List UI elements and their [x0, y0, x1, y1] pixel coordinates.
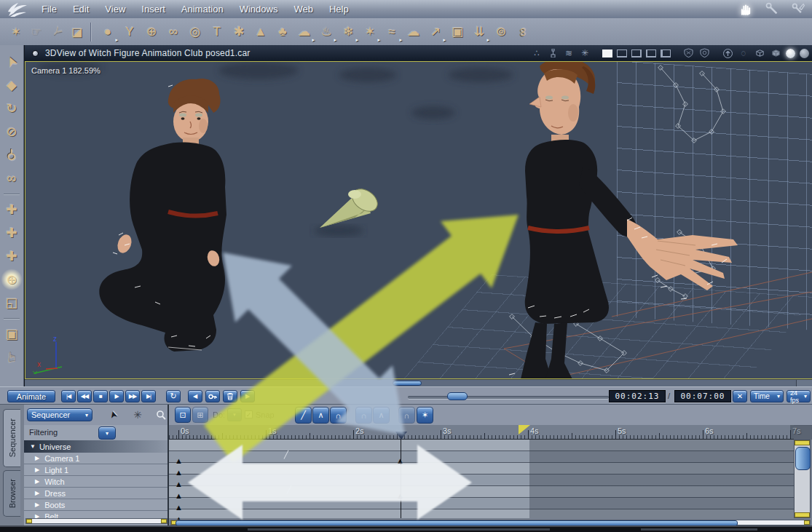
- playhead-line[interactable]: [401, 440, 401, 518]
- expand-arrow-icon[interactable]: ▶: [35, 467, 39, 473]
- cone-object[interactable]: [314, 184, 382, 237]
- scroll-cap[interactable]: [795, 440, 810, 445]
- witch-figure-standing[interactable]: [521, 62, 738, 378]
- close-time-button[interactable]: ✕: [733, 390, 747, 402]
- tree-root-row[interactable]: ▼ Universe: [24, 440, 167, 453]
- insert-tool-bone[interactable]: ∞: [512, 21, 534, 43]
- collapse-arrow-icon[interactable]: ▼: [30, 443, 36, 450]
- edit-tool-add-bone[interactable]: ✶: [6, 21, 26, 43]
- tool-camera-tool[interactable]: ▣: [1, 323, 22, 345]
- insert-tool-text[interactable]: T: [206, 21, 228, 43]
- insert-tool-jet[interactable]: ↗: [425, 21, 446, 43]
- insert-tool-vertex-object[interactable]: Y: [119, 21, 141, 43]
- cursor-tool-icon[interactable]: ➤: [104, 406, 122, 424]
- tool-working-box[interactable]: ◱: [1, 292, 22, 314]
- camera-reset-icon[interactable]: [722, 47, 733, 59]
- transport-frame-forward[interactable]: ▶▶: [125, 390, 140, 402]
- menu-item[interactable]: Animation: [173, 4, 232, 15]
- menu-item[interactable]: Insert: [133, 4, 173, 15]
- timeline-ruler[interactable]: 0s1s2s3s4s5s6s7s: [169, 425, 794, 440]
- menu-item[interactable]: File: [33, 4, 65, 15]
- tree-row[interactable]: ▶ Witch: [24, 476, 167, 488]
- render-settings-icon[interactable]: ✳: [130, 408, 145, 422]
- tweener-tension[interactable]: ∧: [312, 407, 329, 424]
- insert-tool-ocean[interactable]: ≈: [381, 21, 403, 43]
- insert-tool-terrain[interactable]: ▲: [250, 21, 272, 43]
- total-time-field[interactable]: 00:07:00: [674, 390, 731, 402]
- tree-row[interactable]: ▶ Belt: [24, 511, 167, 518]
- delete-keyframe-button[interactable]: [223, 390, 237, 402]
- insert-tool-sphere[interactable]: ●: [97, 21, 119, 43]
- layout-l-shape-button[interactable]: [661, 49, 671, 57]
- tool-pan-view[interactable]: ☞: [1, 347, 23, 368]
- insert-tool-cloud[interactable]: ☁: [293, 21, 315, 43]
- tool-link-tool[interactable]: ∞: [1, 167, 22, 189]
- magnifier-icon[interactable]: [154, 408, 168, 422]
- track-rows[interactable]: ▲▲▲▲▲▲▲▲ ╱╱: [169, 440, 794, 518]
- layout-two-pane-button[interactable]: [617, 49, 627, 57]
- vscroll-thumb[interactable]: [795, 447, 811, 470]
- add-keyframe-button[interactable]: [205, 390, 220, 402]
- tree-row[interactable]: ▶ Boots: [24, 499, 167, 511]
- time-scrubber-thumb[interactable]: [447, 392, 468, 400]
- viewport-canvas[interactable]: [25, 62, 812, 378]
- tool-divider-a[interactable]: [4, 194, 20, 194]
- dotted-sphere-icon[interactable]: ◌: [738, 47, 749, 59]
- tweener-clamp[interactable]: ∩: [398, 407, 415, 424]
- scatter-icon[interactable]: ∴: [531, 47, 543, 59]
- expand-arrow-icon[interactable]: ▶: [35, 513, 39, 518]
- shield-a-icon[interactable]: [682, 47, 694, 59]
- viewport-hscroll-thumb[interactable]: [393, 381, 422, 386]
- insert-tool-fire[interactable]: ♨: [315, 21, 337, 43]
- tab-browser[interactable]: Browser: [3, 470, 20, 517]
- keyframe-witch-0s[interactable]: ▲: [175, 480, 183, 488]
- tweener-bezier[interactable]: ∩: [355, 407, 372, 424]
- time-mode-dropdown[interactable]: Time▾: [750, 390, 784, 402]
- animate-button[interactable]: Animate: [7, 390, 55, 402]
- hand-tool-icon[interactable]: [736, 1, 755, 17]
- tweener-oscillate[interactable]: ✶: [417, 407, 433, 424]
- keyframe-camera1-0s[interactable]: ▲: [175, 457, 183, 465]
- insert-tool-plant[interactable]: ♣: [272, 21, 293, 43]
- tool-translate-xz[interactable]: ✚: [1, 222, 22, 244]
- filtering-dropdown[interactable]: ▾: [98, 426, 116, 440]
- wrench-icon[interactable]: [762, 1, 781, 17]
- tree-row[interactable]: ▶ Camera 1: [24, 453, 167, 464]
- transport-go-end[interactable]: ▶|: [141, 390, 156, 402]
- expand-arrow-icon[interactable]: ▶: [35, 455, 39, 461]
- menu-item[interactable]: Help: [321, 4, 357, 15]
- track-vscrollbar[interactable]: [794, 440, 811, 518]
- insert-tool-geodesic-sphere[interactable]: ⊕: [141, 21, 162, 43]
- track-hscrollbar[interactable]: [170, 520, 811, 525]
- panel-mode-dropdown[interactable]: Sequencer ▾: [27, 408, 92, 421]
- current-time-field[interactable]: 00:02:13: [609, 390, 666, 402]
- tool-translate-screen[interactable]: ✚: [1, 245, 22, 267]
- transport-stop[interactable]: ■: [93, 390, 108, 402]
- tweener-angular[interactable]: ∧: [373, 407, 390, 424]
- tree-hscrollbar[interactable]: [25, 518, 167, 524]
- menu-item[interactable]: Web: [285, 4, 321, 15]
- tool-eyedropper-tool[interactable]: ⚲: [1, 144, 22, 166]
- fps-dropdown[interactable]: 24 fps▾: [787, 390, 811, 402]
- tree-row[interactable]: ▶ Light 1: [24, 464, 167, 476]
- tool-divider-b[interactable]: [4, 318, 20, 319]
- keyframe-boots-0s[interactable]: ▲: [175, 504, 183, 512]
- insert-tool-metaball[interactable]: ∞: [162, 21, 184, 43]
- tweener-linear[interactable]: ╱: [295, 407, 312, 424]
- expand-arrow-icon[interactable]: ▶: [35, 501, 39, 508]
- tool-scale-tool[interactable]: ◆: [1, 74, 22, 96]
- tweener-smooth[interactable]: ∩: [330, 407, 347, 424]
- scroll-cap[interactable]: [804, 520, 810, 525]
- time-scrubber[interactable]: [408, 396, 609, 399]
- insert-tool-target-helper[interactable]: ⊚: [490, 21, 512, 43]
- viewport[interactable]: Camera 1 182.59% z x: [25, 61, 812, 379]
- next-keyframe-button[interactable]: ▶: [240, 390, 255, 402]
- insert-tool-spline-object[interactable]: ◎: [184, 21, 206, 43]
- menu-item[interactable]: Edit: [65, 4, 97, 15]
- window-collapse-button[interactable]: [32, 50, 39, 57]
- motion-path-icon[interactable]: ≋: [563, 47, 575, 59]
- insert-tool-fountain[interactable]: ✶: [359, 21, 381, 43]
- tree-row[interactable]: ▶ Dress: [24, 488, 167, 499]
- do-dropdown[interactable]: ▾: [227, 408, 242, 421]
- insert-tool-particles[interactable]: ✱: [228, 21, 250, 43]
